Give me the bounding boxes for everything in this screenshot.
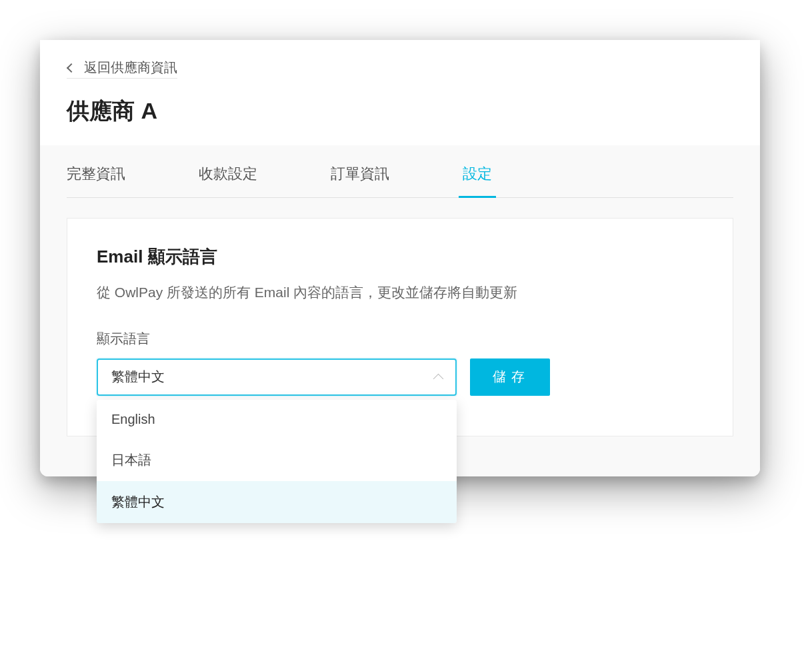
option-traditional-chinese[interactable]: 繁體中文 xyxy=(97,481,457,523)
back-link[interactable]: 返回供應商資訊 xyxy=(67,59,177,79)
section-title: Email 顯示語言 xyxy=(97,245,703,269)
tab-payment-settings[interactable]: 收款設定 xyxy=(199,164,257,197)
save-button[interactable]: 儲存 xyxy=(470,358,550,396)
chevron-up-icon xyxy=(433,373,444,384)
section-description: 從 OwlPay 所發送的所有 Email 內容的語言，更改並儲存將自動更新 xyxy=(97,282,703,303)
select-value: 繁體中文 xyxy=(111,368,165,386)
language-select[interactable]: 繁體中文 xyxy=(97,358,457,396)
tabs: 完整資訊 收款設定 訂單資訊 設定 xyxy=(67,145,733,198)
tab-settings[interactable]: 設定 xyxy=(463,164,492,197)
tabs-container: 完整資訊 收款設定 訂單資訊 設定 xyxy=(40,145,760,198)
option-japanese[interactable]: 日本語 xyxy=(97,439,457,481)
field-row: 繁體中文 儲存 English 日本語 繁體中文 xyxy=(97,358,703,396)
page-title: 供應商 A xyxy=(67,96,733,127)
back-link-label: 返回供應商資訊 xyxy=(84,59,177,77)
card-header: 返回供應商資訊 供應商 A xyxy=(40,40,760,145)
tab-order-info[interactable]: 訂單資訊 xyxy=(331,164,389,197)
field-label: 顯示語言 xyxy=(97,330,703,348)
tab-full-info[interactable]: 完整資訊 xyxy=(67,164,125,197)
email-language-panel: Email 顯示語言 從 OwlPay 所發送的所有 Email 內容的語言，更… xyxy=(67,218,733,436)
settings-card: 返回供應商資訊 供應商 A 完整資訊 收款設定 訂單資訊 設定 Email 顯示… xyxy=(40,40,760,476)
chevron-left-icon xyxy=(67,63,76,72)
content-area: Email 顯示語言 從 OwlPay 所發送的所有 Email 內容的語言，更… xyxy=(40,198,760,476)
option-english[interactable]: English xyxy=(97,400,457,439)
language-dropdown: English 日本語 繁體中文 xyxy=(97,400,457,523)
